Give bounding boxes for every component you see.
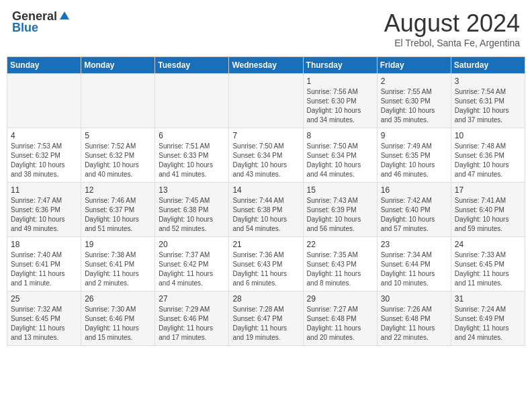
day-number: 23 [381, 240, 447, 249]
calendar-cell: 3Sunrise: 7:54 AM Sunset: 6:31 PM Daylig… [451, 74, 525, 128]
day-number: 30 [381, 294, 447, 304]
day-content: Sunrise: 7:53 AM Sunset: 6:32 PM Dayligh… [11, 142, 77, 179]
calendar-table: SundayMondayTuesdayWednesdayThursdayFrid… [7, 56, 525, 346]
day-content: Sunrise: 7:48 AM Sunset: 6:36 PM Dayligh… [455, 142, 521, 179]
calendar-week-3: 11Sunrise: 7:47 AM Sunset: 6:36 PM Dayli… [7, 183, 525, 237]
calendar-week-5: 25Sunrise: 7:32 AM Sunset: 6:45 PM Dayli… [7, 291, 525, 346]
calendar-cell: 20Sunrise: 7:37 AM Sunset: 6:42 PM Dayli… [155, 237, 229, 291]
day-content: Sunrise: 7:36 AM Sunset: 6:43 PM Dayligh… [232, 250, 299, 288]
day-number: 6 [159, 131, 225, 140]
day-number: 11 [11, 185, 77, 195]
calendar-cell: 4Sunrise: 7:53 AM Sunset: 6:32 PM Daylig… [7, 128, 81, 183]
calendar-cell: 23Sunrise: 7:34 AM Sunset: 6:44 PM Dayli… [377, 237, 451, 291]
day-number: 12 [85, 185, 151, 195]
day-content: Sunrise: 7:50 AM Sunset: 6:34 PM Dayligh… [307, 142, 373, 179]
day-number: 10 [455, 131, 521, 140]
day-number: 29 [307, 294, 373, 304]
header-row: SundayMondayTuesdayWednesdayThursdayFrid… [7, 57, 525, 74]
day-content: Sunrise: 7:56 AM Sunset: 6:30 PM Dayligh… [307, 87, 373, 125]
calendar-cell: 10Sunrise: 7:48 AM Sunset: 6:36 PM Dayli… [451, 128, 525, 183]
calendar-cell: 19Sunrise: 7:38 AM Sunset: 6:41 PM Dayli… [81, 237, 155, 291]
day-number: 28 [232, 294, 299, 304]
day-content: Sunrise: 7:55 AM Sunset: 6:30 PM Dayligh… [381, 87, 447, 125]
day-content: Sunrise: 7:26 AM Sunset: 6:48 PM Dayligh… [381, 305, 447, 342]
day-number: 3 [455, 77, 521, 86]
day-content: Sunrise: 7:45 AM Sunset: 6:38 PM Dayligh… [159, 196, 225, 234]
location-title: El Trebol, Santa Fe, Argentina [384, 38, 520, 48]
calendar-cell: 7Sunrise: 7:50 AM Sunset: 6:34 PM Daylig… [229, 128, 303, 183]
calendar-cell: 9Sunrise: 7:49 AM Sunset: 6:35 PM Daylig… [377, 128, 451, 183]
day-content: Sunrise: 7:50 AM Sunset: 6:34 PM Dayligh… [232, 142, 299, 179]
calendar-cell [229, 74, 303, 128]
day-content: Sunrise: 7:38 AM Sunset: 6:41 PM Dayligh… [85, 250, 151, 288]
calendar-cell: 5Sunrise: 7:52 AM Sunset: 6:32 PM Daylig… [81, 128, 155, 183]
day-number: 18 [11, 240, 77, 249]
calendar-week-1: 1Sunrise: 7:56 AM Sunset: 6:30 PM Daylig… [7, 74, 525, 128]
calendar-cell: 8Sunrise: 7:50 AM Sunset: 6:34 PM Daylig… [303, 128, 377, 183]
day-number: 27 [159, 294, 225, 304]
day-number: 8 [307, 131, 373, 140]
day-number: 19 [85, 240, 151, 249]
day-number: 14 [232, 185, 299, 195]
day-content: Sunrise: 7:30 AM Sunset: 6:46 PM Dayligh… [85, 305, 151, 342]
calendar-cell: 18Sunrise: 7:40 AM Sunset: 6:41 PM Dayli… [7, 237, 81, 291]
day-content: Sunrise: 7:29 AM Sunset: 6:46 PM Dayligh… [159, 305, 225, 342]
logo: General Blue [12, 9, 71, 35]
calendar-cell: 28Sunrise: 7:28 AM Sunset: 6:47 PM Dayli… [229, 291, 303, 346]
calendar-body: 1Sunrise: 7:56 AM Sunset: 6:30 PM Daylig… [7, 74, 525, 346]
day-content: Sunrise: 7:32 AM Sunset: 6:45 PM Dayligh… [11, 305, 77, 342]
day-header-saturday: Saturday [451, 57, 525, 74]
day-content: Sunrise: 7:37 AM Sunset: 6:42 PM Dayligh… [159, 250, 225, 288]
day-header-friday: Friday [377, 57, 451, 74]
day-number: 1 [307, 77, 373, 86]
day-content: Sunrise: 7:43 AM Sunset: 6:39 PM Dayligh… [307, 196, 373, 234]
calendar-cell: 27Sunrise: 7:29 AM Sunset: 6:46 PM Dayli… [155, 291, 229, 346]
day-content: Sunrise: 7:51 AM Sunset: 6:33 PM Dayligh… [159, 142, 225, 179]
day-content: Sunrise: 7:49 AM Sunset: 6:35 PM Dayligh… [381, 142, 447, 179]
calendar-cell: 25Sunrise: 7:32 AM Sunset: 6:45 PM Dayli… [7, 291, 81, 346]
day-content: Sunrise: 7:28 AM Sunset: 6:47 PM Dayligh… [232, 305, 299, 342]
day-number: 5 [85, 131, 151, 140]
calendar-cell: 22Sunrise: 7:35 AM Sunset: 6:43 PM Dayli… [303, 237, 377, 291]
day-content: Sunrise: 7:47 AM Sunset: 6:36 PM Dayligh… [11, 196, 77, 234]
title-area: August 2024 El Trebol, Santa Fe, Argenti… [384, 9, 520, 48]
day-number: 21 [232, 240, 299, 249]
day-header-wednesday: Wednesday [229, 57, 303, 74]
day-content: Sunrise: 7:44 AM Sunset: 6:38 PM Dayligh… [232, 196, 299, 234]
day-content: Sunrise: 7:27 AM Sunset: 6:48 PM Dayligh… [307, 305, 373, 342]
day-number: 4 [11, 131, 77, 140]
day-content: Sunrise: 7:33 AM Sunset: 6:45 PM Dayligh… [455, 250, 521, 288]
calendar-cell: 14Sunrise: 7:44 AM Sunset: 6:38 PM Dayli… [229, 183, 303, 237]
day-content: Sunrise: 7:34 AM Sunset: 6:44 PM Dayligh… [381, 250, 447, 288]
calendar-cell [7, 74, 81, 128]
calendar-week-4: 18Sunrise: 7:40 AM Sunset: 6:41 PM Dayli… [7, 237, 525, 291]
page-header: General Blue August 2024 El Trebol, Sant… [7, 7, 525, 51]
day-number: 24 [455, 240, 521, 249]
calendar-cell: 6Sunrise: 7:51 AM Sunset: 6:33 PM Daylig… [155, 128, 229, 183]
calendar-cell: 24Sunrise: 7:33 AM Sunset: 6:45 PM Dayli… [451, 237, 525, 291]
day-content: Sunrise: 7:52 AM Sunset: 6:32 PM Dayligh… [85, 142, 151, 179]
day-number: 26 [85, 294, 151, 304]
day-number: 2 [381, 77, 447, 86]
month-title: August 2024 [384, 9, 520, 38]
calendar-cell [81, 74, 155, 128]
calendar-cell [155, 74, 229, 128]
day-content: Sunrise: 7:35 AM Sunset: 6:43 PM Dayligh… [307, 250, 373, 288]
calendar-cell: 17Sunrise: 7:41 AM Sunset: 6:40 PM Dayli… [451, 183, 525, 237]
day-header-thursday: Thursday [303, 57, 377, 74]
svg-marker-0 [60, 11, 69, 19]
day-content: Sunrise: 7:24 AM Sunset: 6:49 PM Dayligh… [455, 305, 521, 342]
calendar-cell: 13Sunrise: 7:45 AM Sunset: 6:38 PM Dayli… [155, 183, 229, 237]
calendar-cell: 29Sunrise: 7:27 AM Sunset: 6:48 PM Dayli… [303, 291, 377, 346]
day-header-tuesday: Tuesday [155, 57, 229, 74]
day-number: 25 [11, 294, 77, 304]
calendar-cell: 30Sunrise: 7:26 AM Sunset: 6:48 PM Dayli… [377, 291, 451, 346]
calendar-cell: 2Sunrise: 7:55 AM Sunset: 6:30 PM Daylig… [377, 74, 451, 128]
day-number: 20 [159, 240, 225, 249]
day-header-monday: Monday [81, 57, 155, 74]
calendar-cell: 21Sunrise: 7:36 AM Sunset: 6:43 PM Dayli… [229, 237, 303, 291]
calendar-week-2: 4Sunrise: 7:53 AM Sunset: 6:32 PM Daylig… [7, 128, 525, 183]
calendar-cell: 1Sunrise: 7:56 AM Sunset: 6:30 PM Daylig… [303, 74, 377, 128]
day-content: Sunrise: 7:42 AM Sunset: 6:40 PM Dayligh… [381, 196, 447, 234]
logo-icon [58, 10, 71, 22]
